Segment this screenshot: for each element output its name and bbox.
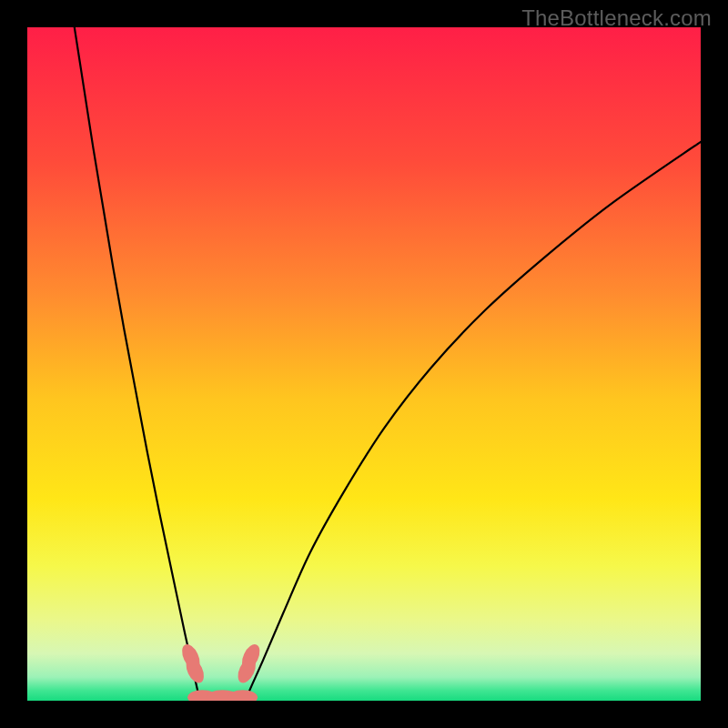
bottleneck-curve xyxy=(27,27,701,701)
plot-area xyxy=(27,27,701,701)
chart-frame: TheBottleneck.com xyxy=(0,0,728,728)
curve-path xyxy=(75,27,701,701)
watermark-text: TheBottleneck.com xyxy=(521,5,712,31)
